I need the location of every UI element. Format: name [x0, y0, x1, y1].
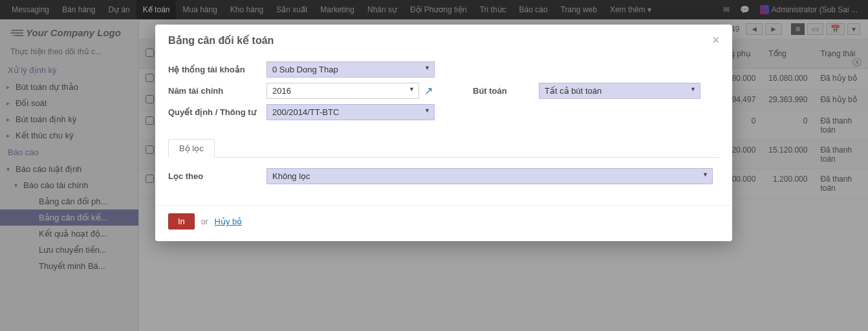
print-button[interactable]: In [168, 213, 195, 230]
select-entries[interactable]: Tất cả bút toán [539, 83, 700, 99]
select-decision[interactable]: 200/2014/TT-BTC [266, 104, 435, 120]
or-text: or [201, 217, 208, 226]
label-account-system: Hệ thống tài khoản [168, 65, 259, 74]
close-icon[interactable]: × [712, 34, 719, 47]
label-decision: Quyết định / Thông tư [168, 107, 259, 117]
label-filter-by: Lọc theo [168, 171, 259, 181]
select-filter-by[interactable]: Không lọc [266, 168, 713, 184]
select-fiscal-year[interactable]: 2016 [266, 83, 419, 99]
select-account-system[interactable]: 0 Sub Dong Thap [266, 61, 435, 78]
balance-sheet-dialog: Bảng cân đối kế toán × Hệ thống tài khoả… [155, 25, 732, 241]
tab-filter[interactable]: Bộ lọc [168, 139, 215, 158]
cancel-button[interactable]: Hủy bỏ [215, 217, 243, 226]
label-fiscal-year: Năm tài chính [168, 86, 259, 96]
dialog-title: Bảng cân đối kế toán [168, 34, 274, 47]
external-link-icon[interactable]: ↗ [424, 85, 433, 97]
label-entries: Bút toán [473, 86, 531, 96]
